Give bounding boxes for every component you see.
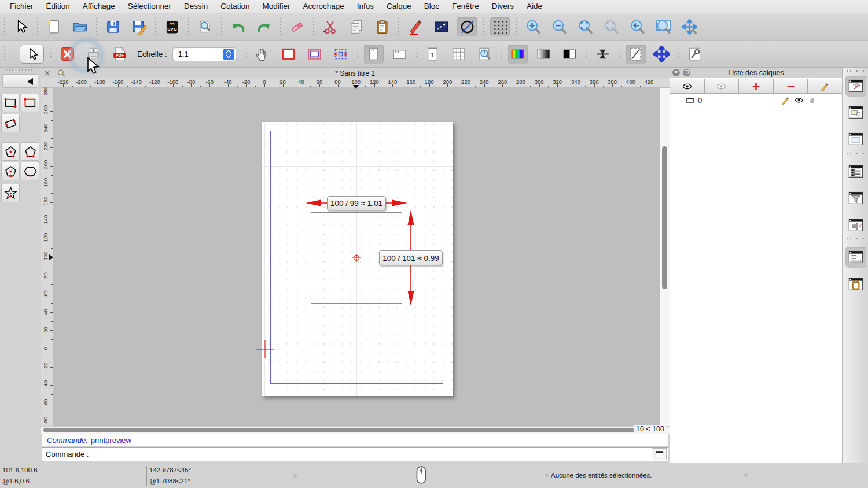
save-as-button[interactable] (129, 17, 149, 36)
zoom-previous-button[interactable] (627, 17, 647, 36)
vertical-scrollbar-thumb[interactable] (662, 146, 667, 289)
menu-fichier[interactable]: Fichier (3, 0, 40, 13)
copy-button[interactable] (346, 17, 366, 36)
color-mode-button[interactable] (508, 45, 528, 64)
blackwhite-mode-button[interactable] (560, 45, 580, 64)
layer-list-dock-button[interactable] (845, 76, 866, 97)
clipboard-dock-button[interactable] (845, 274, 866, 295)
ruler-tick (621, 86, 622, 87)
zoom-in-button[interactable] (523, 17, 543, 36)
export-svg-button[interactable]: SVG (162, 17, 182, 36)
new-document-button[interactable] (44, 17, 64, 36)
grayscale-mode-button[interactable] (534, 45, 554, 64)
library-browser-dock-button[interactable] (845, 129, 866, 150)
selection-filter-dock-button[interactable] (845, 188, 866, 209)
polygon-center-side-button[interactable] (1, 162, 20, 180)
rect-corner-size-button[interactable] (21, 94, 39, 112)
menu-aide[interactable]: Aide (520, 0, 549, 13)
multi-pages-button[interactable] (449, 45, 469, 64)
print-preview-button[interactable] (195, 17, 215, 36)
main-toolbar: SVG (0, 13, 868, 41)
line-attributes-button[interactable] (431, 17, 451, 36)
eye-icon (794, 95, 804, 105)
polygon-center-vertex-button[interactable] (1, 142, 20, 161)
horizontal-scrollbar[interactable] (41, 426, 670, 434)
menu-infos[interactable]: Infos (351, 0, 380, 13)
polygon-inscribed-button[interactable] (21, 162, 39, 180)
select-cursor-button[interactable] (11, 17, 31, 36)
paper-border-button[interactable] (279, 45, 299, 64)
paper-margins-button[interactable] (305, 45, 325, 64)
menu-divers[interactable]: Divers (486, 0, 520, 13)
grid-dots-button[interactable] (490, 17, 510, 36)
copy-icon (348, 19, 365, 35)
back-button[interactable] (2, 74, 38, 88)
fit-paper-button[interactable] (331, 45, 351, 64)
defreeze-all-layers-button[interactable] (670, 79, 705, 94)
star-shape-button[interactable] (1, 184, 20, 202)
zoom-auto-button[interactable] (575, 17, 595, 36)
menu-dessin[interactable]: Dessin (178, 0, 214, 13)
command-options-dock-button[interactable] (845, 161, 866, 182)
stepper-icon[interactable] (223, 49, 234, 60)
command-panel-button[interactable] (652, 448, 667, 460)
pan-hand-button[interactable] (253, 45, 273, 64)
layer-list-dock-icon (847, 78, 865, 94)
zoom-out-button[interactable] (549, 17, 569, 36)
add-layer-button[interactable] (738, 79, 774, 94)
pen-edit-button[interactable] (405, 17, 425, 36)
plugins-dock-button[interactable] (845, 215, 866, 236)
preview-settings-button[interactable] (685, 45, 705, 64)
freeze-all-layers-button[interactable] (704, 79, 740, 94)
zoom-selected-button[interactable] (601, 17, 621, 36)
command-input[interactable]: Commande : (42, 447, 668, 461)
menu-selectionner[interactable]: Sélectionner (122, 0, 178, 13)
menu-edition[interactable]: Édition (40, 0, 76, 13)
export-pdf-button[interactable]: PDF (109, 45, 129, 64)
horizontal-scrollbar-thumb[interactable] (43, 428, 656, 432)
modify-layer-icon[interactable] (781, 95, 790, 105)
menu-calque[interactable]: Calque (380, 0, 418, 13)
layer-lock-icon[interactable] (807, 95, 817, 105)
menu-accrochage[interactable]: Accrochage (296, 0, 350, 13)
zoom-pan-button[interactable] (679, 17, 699, 36)
zoom-window-button[interactable] (653, 17, 673, 36)
menu-modifier[interactable]: Modifier (256, 0, 296, 13)
move-paper-cross-button[interactable] (652, 45, 672, 64)
ruler-label: 180 (42, 180, 49, 187)
paste-button[interactable] (372, 17, 392, 36)
cut-button[interactable] (320, 17, 340, 36)
undo-button[interactable] (228, 17, 248, 36)
menu-cotation[interactable]: Cotation (214, 0, 256, 13)
block-list-dock-button[interactable] (845, 102, 866, 123)
menu-affichage[interactable]: Affichage (76, 0, 122, 13)
circle-line-button[interactable] (457, 17, 477, 36)
command-line-dock-button[interactable] (845, 247, 866, 268)
toolbar-separator (12, 50, 14, 59)
rect-2-corners-button[interactable] (1, 94, 20, 112)
remove-layer-button[interactable] (773, 79, 808, 94)
layer-visible-icon[interactable] (794, 95, 804, 105)
ruler-tick (548, 86, 549, 87)
orientation-portrait-button[interactable] (364, 45, 384, 64)
select-cursor2-button[interactable] (20, 45, 44, 64)
open-file-button[interactable] (70, 17, 90, 36)
ruler-tick (182, 86, 183, 87)
zoom-page-button[interactable] (475, 45, 495, 64)
center-plot-button[interactable] (593, 45, 613, 64)
layer-row[interactable]: 0 (670, 94, 843, 106)
orientation-landscape-button[interactable] (390, 45, 410, 64)
menu-fenetre[interactable]: Fenêtre (446, 0, 486, 13)
scale-select[interactable]: 1:1 (172, 47, 236, 61)
single-page-button[interactable]: 1 (423, 45, 443, 64)
edit-layer-button[interactable] (807, 79, 843, 94)
polygon-2-vertices-button[interactable] (21, 142, 39, 161)
drawing-area[interactable]: 100 / 99 ≈ 1.01 100 / 101 ≈ 0.99 (53, 88, 660, 426)
fixed-paper-button[interactable] (626, 45, 646, 64)
redo-button[interactable] (254, 17, 274, 36)
rect-rotated-button[interactable] (1, 114, 20, 132)
save-button[interactable] (103, 17, 123, 36)
menu-bloc[interactable]: Bloc (418, 0, 446, 13)
delete-eraser-button[interactable] (287, 17, 307, 36)
vertical-scrollbar[interactable] (660, 88, 670, 426)
